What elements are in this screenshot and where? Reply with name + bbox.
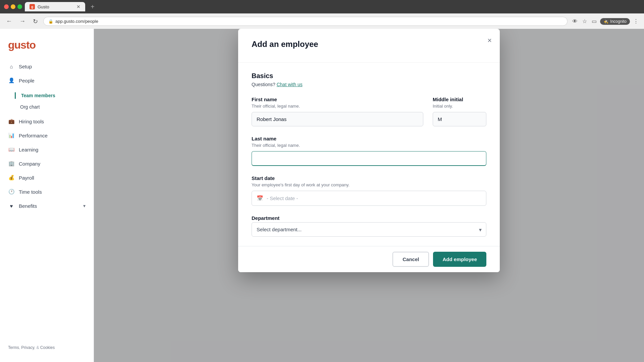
first-name-group: First name Their official, legal name. bbox=[252, 97, 423, 126]
sidebar-item-hiring-tools[interactable]: 💼 Hiring tools bbox=[0, 114, 94, 128]
calendar-icon: 📅 bbox=[257, 195, 263, 201]
dropdown-arrow-icon: ▾ bbox=[83, 203, 86, 208]
incognito-badge: 🕵 Incognito bbox=[600, 18, 630, 25]
briefcase-icon: 💼 bbox=[8, 118, 15, 125]
sidebar-item-label: Benefits bbox=[19, 203, 37, 209]
sidebar-logo: gusto bbox=[0, 36, 94, 59]
privacy-link[interactable]: Privacy bbox=[21, 345, 34, 350]
browser-tab[interactable]: g Gusto ✕ bbox=[25, 2, 85, 11]
first-name-label: First name bbox=[252, 97, 423, 102]
sidebar-footer: Terms, Privacy, & Cookies bbox=[0, 340, 94, 355]
sidebar: gusto ⌂ Setup 👤 People Team members Org … bbox=[0, 29, 94, 362]
sidebar-item-payroll[interactable]: 💰 Payroll bbox=[0, 171, 94, 185]
sidebar-item-label: People bbox=[19, 78, 35, 83]
building-icon: 🏢 bbox=[8, 160, 15, 167]
modal-body: Basics Questions? Chat with us First nam… bbox=[238, 63, 500, 246]
people-subnav: Team members Org chart bbox=[0, 87, 94, 114]
browser-toolbar: ← → ↻ 🔒 app.gusto.com/people 👁 ☆ ▭ 🕵 Inc… bbox=[0, 13, 644, 29]
questions-text: Questions? bbox=[252, 82, 275, 87]
content-area: Add an employee × Basics Questions? Chat… bbox=[94, 29, 644, 362]
forward-button[interactable]: → bbox=[17, 16, 28, 26]
sidebar-item-label: Learning bbox=[19, 147, 38, 153]
sidebar-item-org-chart[interactable]: Org chart bbox=[0, 102, 94, 112]
active-indicator bbox=[15, 92, 16, 99]
browser-actions: 👁 ☆ ▭ 🕵 Incognito ⋮ bbox=[571, 17, 640, 26]
window-maximize-button[interactable] bbox=[17, 4, 22, 9]
modal-title: Add an employee bbox=[252, 40, 486, 49]
middle-initial-input[interactable] bbox=[433, 112, 486, 126]
incognito-label: Incognito bbox=[610, 19, 627, 24]
start-date-hint: Your employee's first day of work at you… bbox=[252, 182, 486, 187]
name-row: First name Their official, legal name. M… bbox=[252, 97, 486, 126]
last-name-group: Last name Their official, legal name. bbox=[252, 136, 486, 166]
sidebar-item-benefits[interactable]: ♥ Benefits ▾ bbox=[0, 199, 94, 213]
tab-close-button[interactable]: ✕ bbox=[76, 4, 80, 9]
sidebar-item-time-tools[interactable]: 🕐 Time tools bbox=[0, 185, 94, 199]
new-tab-button[interactable]: + bbox=[88, 3, 97, 11]
browser-titlebar: g Gusto ✕ + bbox=[0, 0, 644, 13]
sidebar-item-label: Time tools bbox=[19, 189, 42, 195]
sidebar-item-label: Hiring tools bbox=[19, 119, 44, 124]
browser-chrome: g Gusto ✕ + ← → ↻ 🔒 app.gusto.com/people… bbox=[0, 0, 644, 29]
reload-button[interactable]: ↻ bbox=[31, 16, 40, 26]
back-button[interactable]: ← bbox=[4, 16, 14, 26]
logo-text: gusto bbox=[8, 39, 86, 51]
sidebar-item-performance[interactable]: 📊 Performance bbox=[0, 128, 94, 142]
window-close-button[interactable] bbox=[4, 4, 9, 9]
person-icon: 👤 bbox=[8, 77, 15, 84]
last-name-label: Last name bbox=[252, 136, 486, 141]
book-icon: 📖 bbox=[8, 146, 15, 153]
cancel-button[interactable]: Cancel bbox=[392, 252, 429, 267]
home-icon: ⌂ bbox=[8, 63, 15, 70]
camera-icon[interactable]: 👁 bbox=[571, 17, 579, 26]
middle-initial-hint: Initial only. bbox=[433, 104, 486, 109]
middle-initial-label: Middle initial bbox=[433, 97, 486, 102]
sidebar-item-company[interactable]: 🏢 Company bbox=[0, 157, 94, 171]
department-label: Department bbox=[252, 215, 486, 221]
window-controls bbox=[4, 4, 22, 9]
last-name-input[interactable] bbox=[252, 151, 486, 166]
questions-line: Questions? Chat with us bbox=[252, 82, 486, 87]
department-select-wrap: Select department... ▾ bbox=[252, 222, 486, 237]
menu-button[interactable]: ⋮ bbox=[632, 17, 640, 26]
add-employee-button[interactable]: Add employee bbox=[433, 252, 486, 267]
last-name-hint: Their official, legal name. bbox=[252, 143, 486, 148]
start-date-input[interactable]: 📅 - Select date - bbox=[252, 191, 486, 206]
window-minimize-button[interactable] bbox=[11, 4, 15, 9]
tab-favicon: g bbox=[30, 4, 35, 9]
tab-title: Gusto bbox=[38, 4, 49, 9]
chat-link[interactable]: Chat with us bbox=[277, 82, 303, 87]
section-title: Basics bbox=[252, 72, 486, 80]
incognito-icon: 🕵 bbox=[603, 19, 608, 24]
payroll-icon: 💰 bbox=[8, 174, 15, 181]
sidebar-item-label: Setup bbox=[19, 64, 32, 69]
clock-icon: 🕐 bbox=[8, 188, 15, 195]
modal-close-button[interactable]: × bbox=[486, 36, 493, 46]
sidebar-item-label: Performance bbox=[19, 133, 48, 138]
sidebar-item-team-members[interactable]: Team members bbox=[0, 89, 94, 102]
address-bar[interactable]: 🔒 app.gusto.com/people bbox=[43, 17, 568, 26]
modal-overlay: Add an employee × Basics Questions? Chat… bbox=[94, 29, 644, 362]
sidebar-item-learning[interactable]: 📖 Learning bbox=[0, 142, 94, 157]
add-employee-modal: Add an employee × Basics Questions? Chat… bbox=[238, 29, 500, 272]
department-select[interactable]: Select department... bbox=[252, 222, 486, 237]
start-date-placeholder: - Select date - bbox=[267, 195, 298, 201]
address-text: app.gusto.com/people bbox=[55, 19, 98, 24]
sidebar-item-people[interactable]: 👤 People bbox=[0, 73, 94, 87]
department-group: Department Select department... ▾ bbox=[252, 215, 486, 237]
first-name-hint: Their official, legal name. bbox=[252, 104, 423, 109]
sidebar-nav: ⌂ Setup 👤 People Team members Org chart … bbox=[0, 59, 94, 340]
middle-initial-group: Middle initial Initial only. bbox=[433, 97, 486, 126]
sidebar-item-label: Company bbox=[19, 161, 40, 167]
modal-header: Add an employee × bbox=[238, 29, 500, 63]
terms-link[interactable]: Terms bbox=[8, 345, 19, 350]
sidebar-item-setup[interactable]: ⌂ Setup bbox=[0, 59, 94, 73]
heart-icon: ♥ bbox=[8, 202, 15, 209]
bookmark-icon[interactable]: ☆ bbox=[581, 17, 588, 26]
sidebar-toggle[interactable]: ▭ bbox=[590, 17, 598, 26]
main-layout: gusto ⌂ Setup 👤 People Team members Org … bbox=[0, 29, 644, 362]
first-name-input[interactable] bbox=[252, 112, 423, 126]
modal-footer: Cancel Add employee bbox=[238, 246, 500, 272]
cookies-link[interactable]: Cookies bbox=[40, 345, 55, 350]
start-date-group: Start date Your employee's first day of … bbox=[252, 175, 486, 206]
